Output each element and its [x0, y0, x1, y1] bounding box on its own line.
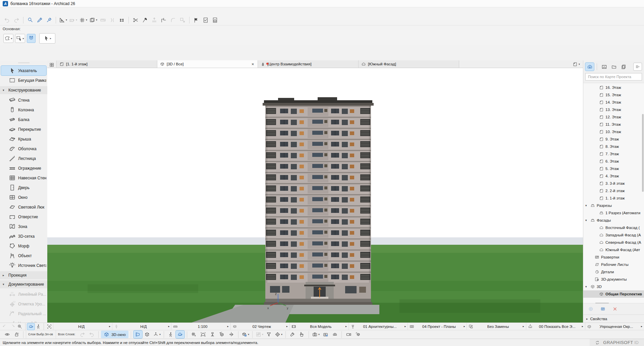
toolbox-item[interactable]: 3D-сетка — [1, 231, 46, 241]
toolbox-item[interactable]: Балка — [1, 115, 46, 124]
tree-item[interactable]: Развертки — [583, 253, 644, 261]
toolbox-item[interactable]: Отверстие — [1, 212, 46, 222]
tree-item[interactable]: 8. Этаж — [583, 143, 644, 150]
toolbar-button[interactable] — [117, 16, 126, 24]
toolbar-button[interactable]: ▾ — [89, 16, 98, 24]
toolbox-item[interactable]: Световой Люк — [1, 202, 46, 212]
tree-item[interactable]: 11. Этаж — [583, 121, 644, 128]
menu-item[interactable] — [55, 10, 62, 12]
tree-item[interactable]: Детали — [583, 268, 644, 276]
toolbar-button[interactable] — [35, 16, 44, 24]
quick-option[interactable]: 1:100▸ — [171, 323, 230, 330]
tree-item[interactable]: Западный Фасад (А — [583, 231, 644, 239]
toolbar-button[interactable]: ▾ — [68, 16, 78, 24]
tree-item[interactable]: 3D-документы — [583, 276, 644, 283]
toolbar-button[interactable] — [192, 16, 201, 24]
toolbar-button[interactable] — [190, 331, 198, 338]
toolbox-item[interactable]: Навесная Стена — [1, 173, 46, 183]
toolbar-button[interactable] — [27, 34, 36, 43]
toolbar-button[interactable] — [211, 16, 219, 24]
menu-item[interactable] — [35, 10, 42, 12]
toolbar-button[interactable] — [166, 331, 175, 338]
tree-item[interactable]: 14. Этаж — [583, 99, 644, 106]
tree-item[interactable]: ▾Разрезы — [583, 202, 644, 209]
menu-item[interactable] — [15, 10, 21, 12]
tree-item[interactable]: 1. 1-й этаж — [583, 194, 644, 202]
toolbox-item[interactable]: Перекрытие — [1, 124, 46, 134]
toolbar-button[interactable]: ▸ — [15, 34, 25, 43]
tree-item[interactable]: 6. Этаж — [583, 158, 644, 165]
toolbar-button[interactable] — [201, 16, 210, 24]
toolbox-item[interactable]: Стена — [1, 95, 46, 105]
tree-item[interactable]: 3. 3-й этаж — [583, 180, 644, 187]
toolbar-button[interactable] — [150, 16, 159, 24]
view-nav-button[interactable] — [46, 323, 53, 330]
toolbar-button[interactable] — [199, 331, 208, 338]
toolbar-button[interactable] — [176, 331, 184, 338]
3d-viewport[interactable]: z x y — [47, 68, 583, 323]
toolbox-item[interactable]: Указатель — [1, 66, 46, 75]
toolbar-button[interactable] — [344, 331, 353, 338]
view-tab[interactable]: [3D / Все]✕ — [157, 60, 258, 68]
toolbar-button[interactable] — [78, 331, 87, 338]
tree-item[interactable]: 10. Этаж — [583, 128, 644, 135]
doc-window-control-button[interactable] — [614, 7, 624, 15]
tree-item[interactable]: 16. Этаж — [583, 84, 644, 91]
toolbar-button[interactable]: ▾ — [311, 331, 320, 338]
toolbar-button[interactable] — [45, 16, 53, 24]
window-control-button[interactable] — [629, 0, 644, 7]
navigator-mode-button[interactable] — [585, 63, 594, 71]
view-tab[interactable]: [Южный Фасад] — [359, 60, 459, 68]
graphisoft-id-button[interactable]: GRAPHISOFT ID — [590, 339, 644, 346]
toolbox-item[interactable]: Дверь — [1, 183, 46, 192]
toolbox-item[interactable]: Линейный Ра... — [1, 289, 46, 299]
toolbar-button[interactable] — [265, 331, 273, 338]
toolbar-button[interactable] — [208, 331, 217, 338]
view-nav-button[interactable] — [27, 323, 35, 330]
navigator-mode-button[interactable] — [619, 63, 628, 71]
toolbar-button[interactable]: ▾ — [241, 331, 250, 338]
toolbar-button[interactable] — [99, 16, 107, 24]
menu-item[interactable] — [21, 10, 28, 12]
tree-scrollbar[interactable] — [642, 114, 644, 192]
window-control-button[interactable] — [600, 0, 614, 7]
tab-menu-button[interactable]: ▾ — [570, 60, 583, 68]
window-control-button[interactable] — [614, 0, 629, 7]
toolbar-button[interactable] — [87, 331, 96, 338]
tree-item[interactable]: 13. Этаж — [583, 106, 644, 113]
tree-item[interactable]: Рабочие Листы — [583, 261, 644, 268]
toolbox-item[interactable]: Радиальный ... — [1, 309, 46, 319]
toolbox-item[interactable]: Окно — [1, 192, 46, 202]
tree-item[interactable]: 5. Этаж — [583, 165, 644, 172]
toolbar-button[interactable]: ▾ — [255, 331, 264, 338]
toolbar-button[interactable] — [227, 331, 236, 338]
menu-item[interactable] — [1, 10, 8, 12]
tree-item[interactable]: 2. 2-й этаж — [583, 187, 644, 194]
navigator-footer-button[interactable] — [587, 306, 594, 312]
toolbox-item[interactable]: Крыша — [1, 134, 46, 144]
toolbar-button[interactable]: ▾ — [274, 331, 283, 338]
toolbar-button[interactable] — [12, 16, 21, 24]
tree-item[interactable]: ▾Фасады — [583, 217, 644, 224]
navigator-mode-button[interactable] — [600, 63, 608, 71]
tree-item[interactable]: ▾3D — [583, 283, 644, 290]
view-tab[interactable]: [1. 1-й этаж] — [57, 60, 157, 68]
toolbox-item[interactable]: ▾Документирование — [0, 280, 47, 288]
properties-panel-header[interactable]: ▸ Свойства — [583, 314, 644, 323]
toolbar-button[interactable] — [159, 16, 168, 24]
menu-item[interactable] — [48, 10, 55, 12]
toolbar-button[interactable] — [354, 331, 362, 338]
navigator-mode-button[interactable] — [609, 63, 618, 71]
toolbox-item[interactable]: Отметка Уро... — [1, 299, 46, 309]
view-nav-button[interactable] — [9, 323, 16, 330]
toolbox-item[interactable]: Оболочка — [1, 144, 46, 154]
tree-item[interactable]: Северный Фасад (А — [583, 239, 644, 246]
toolbox-item[interactable]: Объект — [1, 251, 46, 261]
toolbox-item[interactable]: Бегущая Рамка — [1, 75, 46, 85]
toolbar-button[interactable] — [133, 331, 142, 338]
quick-option[interactable]: 02 Чертеж▸ — [230, 323, 289, 330]
quick-option[interactable]: 00 Показать Все Э...▸ — [526, 323, 585, 330]
toolbar-button[interactable]: ▸ — [39, 33, 55, 44]
view-nav-button[interactable] — [1, 323, 9, 330]
quick-option[interactable]: 04 Проект - Планы▸ — [408, 323, 467, 330]
